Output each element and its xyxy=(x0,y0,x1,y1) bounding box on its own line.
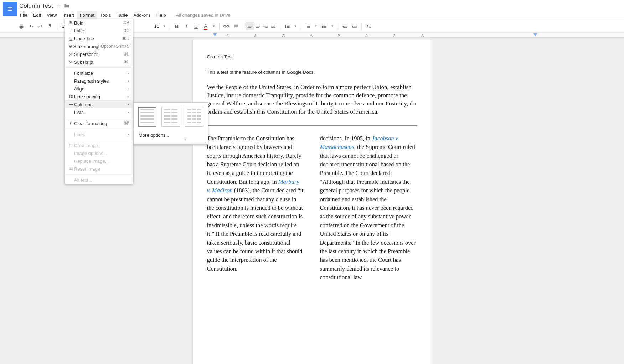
bulleted-list-button[interactable] xyxy=(320,22,329,31)
bulleted-list-dropdown-icon[interactable]: ▼ xyxy=(330,25,335,28)
menu-tools[interactable]: Tools xyxy=(97,11,114,19)
bold-button[interactable]: B xyxy=(172,22,181,31)
italic-button[interactable]: I xyxy=(182,22,191,31)
menu-insert[interactable]: Insert xyxy=(60,11,77,19)
underline-button[interactable]: U xyxy=(192,22,200,31)
text-color-button[interactable]: A xyxy=(201,22,210,31)
svg-point-15 xyxy=(70,168,71,168)
format-font-size[interactable]: Font size▸ xyxy=(65,69,133,77)
svg-rect-0 xyxy=(8,7,12,8)
menu-format[interactable]: Format xyxy=(77,11,97,19)
docs-logo[interactable] xyxy=(3,2,17,16)
clear-formatting-button[interactable]: Tx xyxy=(364,22,373,31)
paint-format-button[interactable] xyxy=(46,22,55,31)
format-reset-image: Reset image xyxy=(65,165,133,173)
doc-heading: Column Test. xyxy=(207,54,417,59)
cursor-icon: ☟ xyxy=(184,136,187,142)
format-lists[interactable]: Lists▸ xyxy=(65,108,133,116)
svg-point-3 xyxy=(322,24,323,25)
doc-title[interactable]: Column Test xyxy=(19,2,53,10)
align-justify-button[interactable] xyxy=(269,22,277,30)
svg-rect-6 xyxy=(69,103,71,103)
svg-rect-12 xyxy=(71,104,73,105)
columns-one-option[interactable] xyxy=(138,107,156,127)
column-two: decisions. In 1905, in Jacobson v. Massa… xyxy=(320,134,417,282)
svg-rect-9 xyxy=(69,105,71,105)
menu-table[interactable]: Table xyxy=(114,11,130,19)
format-lines: Lines▸ xyxy=(65,130,133,138)
numbered-list-button[interactable] xyxy=(304,22,312,31)
format-underline[interactable]: UUnderline⌘U xyxy=(65,35,133,42)
svg-rect-2 xyxy=(8,10,12,11)
format-alt-text: Alt text... xyxy=(65,176,133,184)
doc-subtext: This a test of the feature of columns in… xyxy=(207,69,417,75)
redo-button[interactable] xyxy=(36,22,45,31)
format-bold[interactable]: BBold⌘B xyxy=(65,19,133,27)
menu-file[interactable]: File xyxy=(17,11,30,19)
save-status: All changes saved in Drive xyxy=(176,12,231,18)
svg-point-4 xyxy=(322,26,323,27)
indent-increase-button[interactable] xyxy=(350,22,359,31)
format-replace-image: Replace image... xyxy=(65,157,133,165)
format-columns[interactable]: Columns▸ xyxy=(65,100,133,108)
print-button[interactable] xyxy=(17,22,26,31)
menu-help[interactable]: Help xyxy=(154,11,169,19)
format-crop-image: Crop image xyxy=(65,141,133,149)
comment-button[interactable] xyxy=(232,22,240,31)
star-icon[interactable]: ☆ xyxy=(56,3,61,9)
format-clear-formatting[interactable]: TxClear formatting⌘\ xyxy=(65,119,133,127)
format-paragraph-styles[interactable]: Paragraph styles▸ xyxy=(65,77,133,85)
divider xyxy=(207,125,417,126)
menu-addons[interactable]: Add-ons xyxy=(130,11,153,19)
svg-rect-1 xyxy=(8,9,12,9)
columns-submenu: More options... ☟ xyxy=(133,102,208,145)
menu-view[interactable]: View xyxy=(44,11,60,19)
format-dropdown: BBold⌘B IItalic⌘I UUnderline⌘U SStriketh… xyxy=(65,19,133,184)
format-italic[interactable]: IItalic⌘I xyxy=(65,27,133,35)
columns-two-option[interactable] xyxy=(161,107,180,127)
line-spacing-dropdown-icon[interactable]: ▼ xyxy=(293,25,298,28)
indent-decrease-button[interactable] xyxy=(341,22,349,31)
text-color-dropdown-icon[interactable]: ▼ xyxy=(211,25,217,28)
font-size-dropdown-icon[interactable]: ▼ xyxy=(161,25,167,28)
svg-rect-7 xyxy=(69,104,71,104)
format-align[interactable]: Align▸ xyxy=(65,85,133,93)
folder-icon[interactable] xyxy=(64,3,69,9)
svg-point-5 xyxy=(322,27,323,28)
undo-button[interactable] xyxy=(27,22,35,31)
format-line-spacing[interactable]: Line spacing▸ xyxy=(65,93,133,100)
format-image-options: Image options... xyxy=(65,149,133,157)
document-page[interactable]: Column Test. This a test of the feature … xyxy=(193,40,432,364)
link-button[interactable] xyxy=(222,22,231,31)
line-spacing-button[interactable] xyxy=(283,22,292,31)
columns-three-option[interactable] xyxy=(185,107,203,127)
format-subscript[interactable]: x2Subscript⌘, xyxy=(65,58,133,66)
column-one: The Preamble to the Constitution has bee… xyxy=(207,134,304,282)
align-left-button[interactable] xyxy=(246,22,254,30)
numbered-list-dropdown-icon[interactable]: ▼ xyxy=(313,25,319,28)
menu-edit[interactable]: Edit xyxy=(30,11,44,19)
font-size-input[interactable]: 11 xyxy=(153,24,160,29)
doc-preamble: We the People of the United States, in O… xyxy=(207,83,417,116)
svg-rect-10 xyxy=(71,103,73,103)
align-right-button[interactable] xyxy=(262,22,269,30)
svg-rect-11 xyxy=(71,104,73,104)
format-superscript[interactable]: x2Superscript⌘. xyxy=(65,50,133,58)
format-strikethrough[interactable]: SStrikethroughOption+Shift+5 xyxy=(65,42,133,50)
svg-rect-8 xyxy=(69,104,71,105)
align-center-button[interactable] xyxy=(254,22,262,30)
columns-more-options[interactable]: More options... xyxy=(138,130,203,140)
svg-rect-13 xyxy=(71,105,73,105)
